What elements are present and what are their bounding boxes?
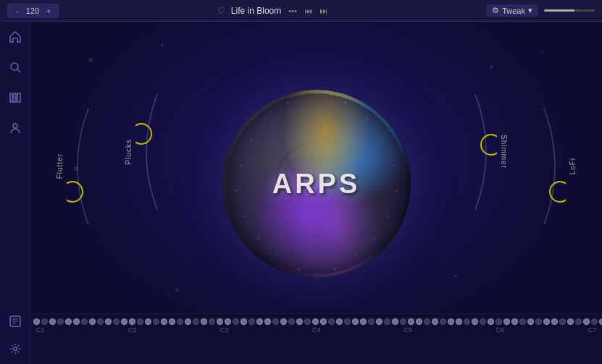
sidebar-item-search[interactable]	[7, 59, 23, 75]
prev-button[interactable]: ⏮	[303, 7, 314, 15]
key-dot[interactable]	[225, 318, 231, 325]
key-dot[interactable]	[137, 318, 143, 325]
key-dot[interactable]	[89, 318, 96, 325]
bpm-plus-button[interactable]: +	[42, 5, 55, 17]
key-dot[interactable]	[472, 318, 478, 325]
tweak-icon: ⚙	[492, 6, 499, 15]
key-dot[interactable]	[480, 318, 486, 325]
sidebar-item-settings[interactable]	[7, 341, 23, 357]
sidebar-item-learn[interactable]	[7, 313, 23, 329]
key-dot[interactable]	[503, 318, 510, 325]
key-dot[interactable]	[440, 318, 446, 325]
svg-point-19	[264, 117, 267, 119]
key-dot[interactable]	[185, 318, 191, 325]
svg-point-29	[257, 237, 260, 240]
key-dot[interactable]	[81, 318, 88, 325]
key-dot[interactable]	[57, 318, 64, 325]
key-dot[interactable]	[73, 318, 80, 325]
bpm-minus-button[interactable]: -	[12, 5, 23, 17]
key-dot[interactable]	[312, 318, 319, 325]
key-dot[interactable]	[575, 318, 582, 325]
key-dot[interactable]	[519, 318, 526, 325]
topbar-left: - 120 +	[7, 4, 59, 18]
key-dot[interactable]	[432, 318, 438, 325]
key-dot[interactable]	[336, 318, 343, 325]
key-dot[interactable]	[145, 318, 151, 325]
key-dot[interactable]	[456, 318, 462, 325]
key-dot[interactable]	[296, 318, 303, 325]
key-dot[interactable]	[535, 318, 542, 325]
key-dot[interactable]	[599, 318, 602, 325]
key-dot[interactable]	[65, 318, 72, 325]
key-dot[interactable]	[496, 318, 502, 325]
key-dot[interactable]	[408, 318, 414, 325]
ambient-particle	[88, 58, 93, 62]
tweak-button[interactable]: ⚙ Tweak ▾	[486, 4, 538, 17]
key-dot[interactable]	[328, 318, 335, 325]
key-dot[interactable]	[400, 318, 406, 325]
key-dot[interactable]	[121, 318, 127, 325]
volume-slider[interactable]	[544, 9, 595, 12]
key-dot[interactable]	[217, 318, 223, 325]
key-dot[interactable]	[368, 318, 375, 325]
svg-point-7	[13, 347, 17, 351]
macro-shimmer: Shimmer	[468, 87, 508, 217]
key-dot[interactable]	[201, 318, 207, 325]
key-dot[interactable]	[591, 318, 598, 325]
key-dot[interactable]	[49, 318, 56, 325]
macro-plucks: Plucks	[125, 87, 164, 217]
key-dot[interactable]	[153, 318, 159, 325]
key-dot[interactable]	[288, 318, 295, 325]
key-dot[interactable]	[280, 318, 287, 325]
key-dot[interactable]	[551, 318, 558, 325]
key-dot[interactable]	[256, 318, 263, 325]
key-dot[interactable]	[320, 318, 327, 325]
key-dot[interactable]	[527, 318, 534, 325]
key-dot[interactable]	[424, 318, 430, 325]
key-dot[interactable]	[583, 318, 590, 325]
key-dot[interactable]	[113, 318, 120, 325]
key-dot[interactable]	[264, 318, 271, 325]
key-dot[interactable]	[161, 318, 167, 325]
key-dot[interactable]	[193, 318, 199, 325]
more-button[interactable]: •••	[287, 7, 298, 15]
ambient-particle	[490, 65, 493, 69]
key-dot[interactable]	[241, 318, 247, 325]
key-dot[interactable]	[543, 318, 550, 325]
key-dot[interactable]	[511, 318, 518, 325]
key-dot[interactable]	[129, 318, 135, 325]
key-dot[interactable]	[360, 318, 367, 325]
sidebar-item-user[interactable]	[7, 120, 23, 136]
sphere-container[interactable]: ARPS	[222, 90, 411, 278]
key-dot[interactable]	[352, 318, 359, 325]
key-dot[interactable]	[177, 318, 183, 325]
key-dot[interactable]	[248, 318, 255, 325]
macro-flutter-label: Flutter	[56, 153, 64, 179]
key-dot[interactable]	[392, 318, 398, 325]
key-dot[interactable]	[464, 318, 470, 325]
sidebar-item-library[interactable]	[7, 90, 23, 106]
key-dot[interactable]	[233, 318, 239, 325]
key-dot[interactable]	[304, 318, 311, 325]
key-dot[interactable]	[105, 318, 112, 325]
key-dot[interactable]	[169, 318, 175, 325]
key-dot[interactable]	[376, 318, 382, 325]
next-button[interactable]: ⏭	[318, 7, 329, 15]
key-dot[interactable]	[567, 318, 574, 325]
topbar-right: ⚙ Tweak ▾	[486, 4, 595, 17]
key-dot[interactable]	[272, 318, 279, 325]
key-dot[interactable]	[41, 318, 48, 325]
key-dot[interactable]	[384, 318, 390, 325]
sidebar-item-home[interactable]	[7, 29, 23, 45]
key-dot[interactable]	[209, 318, 215, 325]
octave-label: C1	[36, 326, 45, 334]
key-dot[interactable]	[33, 318, 40, 325]
svg-point-30	[355, 253, 357, 255]
key-dot[interactable]	[344, 318, 351, 325]
key-dot[interactable]	[97, 318, 104, 325]
key-dot[interactable]	[448, 318, 454, 325]
key-dot[interactable]	[488, 318, 494, 325]
key-dot[interactable]	[416, 318, 422, 325]
key-dot[interactable]	[559, 318, 566, 325]
svg-point-15	[301, 93, 303, 96]
